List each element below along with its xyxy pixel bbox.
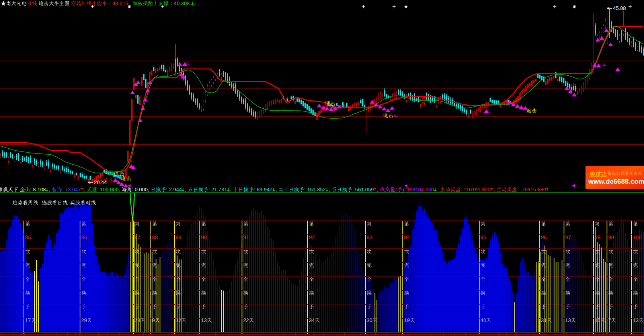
svg-text:: 8.108: : 8.108: [30, 187, 46, 193]
svg-text:13: 13: [565, 317, 571, 323]
svg-text:100: 100: [633, 234, 642, 240]
svg-text:15: 15: [595, 317, 600, 323]
svg-text:,: ,: [437, 187, 439, 193]
svg-text:93: 93: [367, 234, 372, 240]
svg-text:,: ,: [185, 187, 187, 193]
svg-text:13: 13: [633, 317, 638, 323]
svg-text:12: 12: [176, 317, 181, 323]
svg-text:88: 88: [152, 234, 158, 240]
svg-text:98: 98: [595, 234, 600, 240]
svg-text:13: 13: [201, 317, 207, 323]
svg-text:22: 22: [243, 317, 249, 323]
svg-text:,: ,: [494, 187, 495, 193]
svg-text:86: 86: [81, 234, 87, 240]
svg-text:40.308: 40.308: [174, 0, 190, 6]
svg-text:99: 99: [608, 234, 614, 240]
svg-text:: 561.059: : 561.059: [352, 187, 374, 193]
svg-text:: 116191.320: : 116191.320: [461, 187, 490, 193]
svg-text:9: 9: [152, 317, 155, 323]
svg-text:: 21.731: : 21.731: [209, 187, 227, 193]
svg-text:91: 91: [243, 234, 249, 240]
svg-text:www.de6688.com: www.de6688.com: [588, 178, 644, 185]
svg-text:: 0.000,: : 0.000,: [132, 187, 149, 193]
svg-text:20.44: 20.44: [94, 179, 107, 185]
svg-text:29: 29: [81, 317, 87, 323]
svg-text:): 193107.000: ): 193107.000: [402, 187, 434, 193]
svg-text:(: (: [395, 187, 397, 193]
svg-text:95: 95: [480, 234, 486, 240]
svg-text:,: ,: [49, 187, 51, 193]
svg-text:: 100.000,: : 100.000,: [97, 187, 120, 193]
svg-text:,: ,: [329, 187, 330, 193]
svg-text:97: 97: [565, 234, 571, 240]
svg-text:90: 90: [201, 234, 207, 240]
svg-text:30: 30: [367, 317, 372, 323]
svg-text:19: 19: [404, 317, 410, 323]
svg-text:17: 17: [25, 317, 31, 323]
svg-text:45.88: 45.88: [613, 5, 626, 11]
svg-text:96: 96: [541, 234, 546, 240]
svg-text:: 73.047: : 73.047: [62, 187, 81, 193]
svg-text:7: 7: [608, 317, 611, 323]
svg-text:: -76915.680: : -76915.680: [517, 187, 546, 193]
svg-text:,: ,: [194, 0, 196, 6]
svg-text:,: ,: [275, 187, 277, 193]
svg-text:: 2.944: : 2.944: [166, 187, 182, 193]
svg-text:28: 28: [135, 317, 140, 323]
svg-text:94: 94: [404, 234, 410, 240]
svg-text:,: ,: [377, 187, 379, 193]
svg-text:40: 40: [480, 317, 486, 323]
svg-text:85: 85: [25, 234, 31, 240]
svg-text:43.015,: 43.015,: [112, 0, 129, 6]
svg-text:34: 34: [309, 317, 314, 323]
svg-text:: 63.947: : 63.947: [254, 187, 273, 193]
svg-text:87: 87: [135, 234, 140, 240]
svg-text:92: 92: [309, 234, 314, 240]
svg-text:: 151.852: : 151.852: [304, 187, 326, 193]
svg-text:,: ,: [230, 187, 232, 193]
svg-text:31: 31: [541, 317, 546, 323]
svg-text:,: ,: [84, 187, 86, 193]
svg-text:89: 89: [176, 234, 181, 240]
